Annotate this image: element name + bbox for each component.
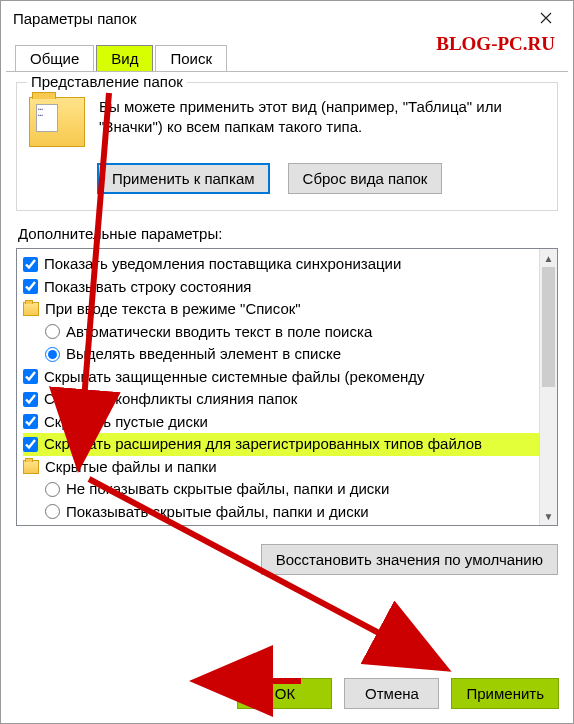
- close-icon: [540, 12, 552, 24]
- radio[interactable]: [45, 482, 60, 497]
- item-label: При вводе текста в режиме "Список": [45, 298, 301, 321]
- group-description: Вы можете применить этот вид (например, …: [99, 97, 545, 138]
- item-label: Показать уведомления поставщика синхрони…: [44, 253, 401, 276]
- apply-to-folders-button[interactable]: Применить к папкам: [97, 163, 270, 194]
- restore-defaults-button[interactable]: Восстановить значения по умолчанию: [261, 544, 558, 575]
- advanced-item-3[interactable]: Автоматически вводить текст в поле поиск…: [23, 321, 539, 344]
- checkbox[interactable]: [23, 279, 38, 294]
- scroll-thumb[interactable]: [542, 267, 555, 387]
- group-legend: Представление папок: [27, 73, 187, 90]
- advanced-item-7[interactable]: Скрывать пустые диски: [23, 411, 539, 434]
- advanced-item-9[interactable]: Скрытые файлы и папки: [23, 456, 539, 479]
- watermark-text: BLOG-PC.RU: [436, 33, 555, 55]
- scroll-down-icon[interactable]: ▼: [540, 507, 557, 525]
- checkbox[interactable]: [23, 437, 38, 452]
- advanced-item-4[interactable]: Выделять введенный элемент в списке: [23, 343, 539, 366]
- item-label: Показывать скрытые файлы, папки и диски: [66, 501, 369, 524]
- tab-view[interactable]: Вид: [96, 45, 153, 71]
- dialog-window: Параметры папок BLOG-PC.RU Общие Вид Пои…: [0, 0, 574, 724]
- item-label: Выделять введенный элемент в списке: [66, 343, 341, 366]
- advanced-item-2[interactable]: При вводе текста в режиме "Список": [23, 298, 539, 321]
- close-button[interactable]: [523, 2, 569, 34]
- dialog-buttons: ОК Отмена Применить: [1, 668, 573, 721]
- ok-button[interactable]: ОК: [237, 678, 332, 709]
- checkbox[interactable]: [23, 414, 38, 429]
- advanced-item-5[interactable]: Скрывать защищенные системные файлы (рек…: [23, 366, 539, 389]
- advanced-settings-list[interactable]: Показать уведомления поставщика синхрони…: [17, 249, 539, 525]
- folder-icon: [23, 460, 39, 474]
- reset-folders-button[interactable]: Сброс вида папок: [288, 163, 443, 194]
- apply-button[interactable]: Применить: [451, 678, 559, 709]
- scrollbar[interactable]: ▲ ▼: [539, 249, 557, 525]
- item-label: Скрывать пустые диски: [44, 411, 208, 434]
- scroll-up-icon[interactable]: ▲: [540, 249, 557, 267]
- radio[interactable]: [45, 324, 60, 339]
- tab-search[interactable]: Поиск: [155, 45, 227, 71]
- scroll-track[interactable]: [540, 267, 557, 507]
- folder-views-group: Представление папок ▪▪▪▪▪▪ Вы можете при…: [16, 82, 558, 211]
- radio[interactable]: [45, 504, 60, 519]
- advanced-item-6[interactable]: Скрывать конфликты слияния папок: [23, 388, 539, 411]
- item-label: Скрывать защищенные системные файлы (рек…: [44, 366, 425, 389]
- checkbox[interactable]: [23, 257, 38, 272]
- tab-panel-view: Представление папок ▪▪▪▪▪▪ Вы можете при…: [6, 71, 568, 581]
- folder-icon: ▪▪▪▪▪▪: [29, 97, 85, 147]
- item-label: Скрывать конфликты слияния папок: [44, 388, 297, 411]
- radio[interactable]: [45, 347, 60, 362]
- advanced-settings-label: Дополнительные параметры:: [18, 225, 558, 242]
- tab-general[interactable]: Общие: [15, 45, 94, 71]
- advanced-settings-box: Показать уведомления поставщика синхрони…: [16, 248, 558, 526]
- checkbox[interactable]: [23, 369, 38, 384]
- advanced-item-0[interactable]: Показать уведомления поставщика синхрони…: [23, 253, 539, 276]
- titlebar: Параметры папок: [1, 1, 573, 35]
- item-label: Показывать строку состояния: [44, 276, 251, 299]
- window-title: Параметры папок: [13, 10, 523, 27]
- advanced-item-8[interactable]: Скрывать расширения для зарегистрированн…: [23, 433, 539, 456]
- advanced-item-1[interactable]: Показывать строку состояния: [23, 276, 539, 299]
- advanced-item-11[interactable]: Показывать скрытые файлы, папки и диски: [23, 501, 539, 524]
- advanced-item-10[interactable]: Не показывать скрытые файлы, папки и дис…: [23, 478, 539, 501]
- folder-icon: [23, 302, 39, 316]
- item-label: Скрытые файлы и папки: [45, 456, 217, 479]
- cancel-button[interactable]: Отмена: [344, 678, 439, 709]
- item-label: Не показывать скрытые файлы, папки и дис…: [66, 478, 389, 501]
- item-label: Автоматически вводить текст в поле поиск…: [66, 321, 372, 344]
- checkbox[interactable]: [23, 392, 38, 407]
- item-label: Скрывать расширения для зарегистрированн…: [44, 433, 482, 456]
